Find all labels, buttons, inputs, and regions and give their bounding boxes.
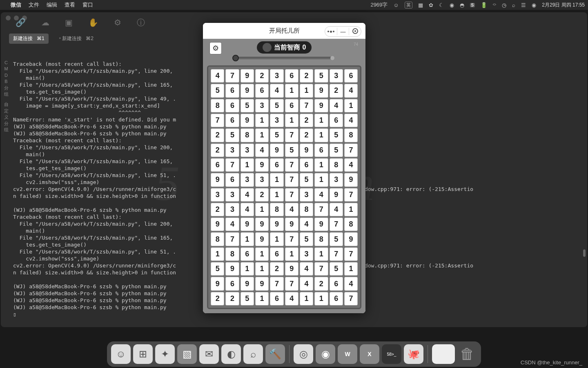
grid-cell[interactable]: 4 [300,277,313,290]
spotlight-icon[interactable]: ⌕ [512,2,515,8]
grid-cell[interactable]: 7 [344,247,358,261]
grid-cell[interactable]: 5 [330,128,343,142]
grid-cell[interactable]: 7 [300,99,313,112]
grid-cell[interactable]: 5 [211,262,224,276]
clock-circle-icon[interactable]: ◷ [502,2,506,8]
grid-cell[interactable]: 5 [330,144,343,157]
grid-cell[interactable]: 3 [300,247,313,261]
grid-cell[interactable]: 5 [270,128,283,142]
grid-cell[interactable]: 4 [344,277,358,290]
capsule-minimize-button[interactable]: — [337,29,349,35]
grid-cell[interactable]: 7 [285,277,298,290]
grid-cell[interactable]: 4 [344,84,358,97]
safari-icon[interactable]: ✦ [155,344,175,364]
battery-icon[interactable]: 🔋 [481,2,487,8]
grid-cell[interactable]: 1 [314,292,328,305]
menu-view[interactable]: 查看 [65,1,75,9]
app-icon-2[interactable]: ⌕ [243,344,263,364]
grid-cell[interactable]: 9 [344,173,358,186]
grid-cell[interactable]: 5 [330,262,343,276]
grid-cell[interactable]: 4 [330,99,343,112]
moon-icon[interactable]: ☾ [439,2,444,8]
grid-cell[interactable]: 9 [241,84,254,97]
grid-cell[interactable]: 7 [225,232,239,246]
grid-cell[interactable]: 2 [330,84,343,97]
wechat-icon[interactable]: ✉ [199,344,219,364]
control-center-icon[interactable]: ☰ [521,2,526,8]
iterm-icon[interactable]: 58>_ [382,344,401,364]
grid-cell[interactable]: 6 [241,247,254,261]
grid-cell[interactable]: 2 [300,114,313,127]
grid-cell[interactable]: 9 [314,218,328,231]
grid-cell[interactable]: 4 [241,203,254,216]
grid-cell[interactable]: 5 [330,232,343,246]
grid-cell[interactable]: 6 [255,84,269,97]
grid-cell[interactable]: 8 [344,218,358,231]
grid-cell[interactable]: 3 [270,114,283,127]
launchpad-icon[interactable]: ⊞ [133,344,153,364]
grid-cell[interactable]: 5 [285,144,298,157]
grid-cell[interactable]: 1 [241,232,254,246]
grid-cell[interactable]: 4 [300,262,313,276]
shield-icon[interactable]: ◓ [460,2,464,8]
grid-cell[interactable]: 1 [314,128,328,142]
grid-cell[interactable]: 9 [211,277,224,290]
tray-icon-1[interactable]: ▦ [418,2,423,8]
grid-cell[interactable]: 5 [225,128,239,142]
cloud-upload-icon[interactable]: ☁ [41,18,49,27]
grid-cell[interactable]: 2 [300,69,313,83]
trash-icon[interactable]: 🗑 [457,344,477,364]
grid-cell[interactable]: 1 [241,262,254,276]
grid-cell[interactable]: 9 [241,69,254,83]
hand-icon[interactable]: ✋ [88,18,98,27]
grid-cell[interactable]: 1 [285,84,298,97]
progress-bar[interactable] [236,57,333,59]
grid-cell[interactable]: 1 [344,262,358,276]
app-icon-1[interactable]: ◐ [221,344,241,364]
grid-cell[interactable]: 6 [285,99,298,112]
grid-cell[interactable]: 6 [330,292,343,305]
grid-cell[interactable]: 6 [344,69,358,83]
game-settings-button[interactable]: ⚙ [209,42,222,54]
grid-cell[interactable]: 3 [225,188,239,202]
grid-cell[interactable]: 8 [330,158,343,172]
grid-cell[interactable]: 2 [255,188,269,202]
vertical-scrollbar[interactable] [583,249,586,257]
grid-cell[interactable]: 1 [285,114,298,127]
grid-cell[interactable]: 6 [285,69,298,83]
github-icon[interactable]: 🐙 [404,344,423,364]
grid-cell[interactable]: 7 [330,247,343,261]
tab-connection-2[interactable]: • 新建连接 ⌘2 [55,34,98,44]
grid-cell[interactable]: 9 [225,262,239,276]
grid-cell[interactable]: 6 [330,114,343,127]
progress-knob[interactable] [232,55,239,61]
grid-cell[interactable]: 6 [211,158,224,172]
grid-cell[interactable]: 4 [255,144,269,157]
capsule-close-button[interactable] [349,28,361,35]
emoji-icon[interactable]: ☺ [393,2,399,8]
gear-icon[interactable]: ⚙ [114,18,121,27]
grid-cell[interactable]: 1 [314,247,328,261]
grid-cell[interactable]: 9 [330,188,343,202]
grid-cell[interactable]: 1 [344,203,358,216]
grid-cell[interactable]: 7 [211,114,224,127]
grid-cell[interactable]: 9 [255,277,269,290]
grid-cell[interactable]: 1 [300,292,313,305]
grid-cell[interactable]: 3 [225,144,239,157]
grid-cell[interactable]: 9 [344,232,358,246]
word-icon[interactable]: W [338,344,357,364]
grid-cell[interactable]: 3 [270,69,283,83]
grid-cell[interactable]: 4 [211,69,224,83]
grid-cell[interactable]: 9 [300,144,313,157]
grid-cell[interactable]: 2 [211,203,224,216]
grid-cell[interactable]: 1 [270,232,283,246]
grid-cell[interactable]: 1 [255,114,269,127]
grid-cell[interactable]: 1 [241,158,254,172]
sublime-icon[interactable]: ▧ [177,344,197,364]
grid-cell[interactable]: 5 [300,173,313,186]
menu-edit[interactable]: 编辑 [47,1,57,9]
grid-cell[interactable]: 3 [330,69,343,83]
grid-cell[interactable]: 3 [330,173,343,186]
grid-cell[interactable]: 1 [255,292,269,305]
grid-cell[interactable]: 1 [255,247,269,261]
